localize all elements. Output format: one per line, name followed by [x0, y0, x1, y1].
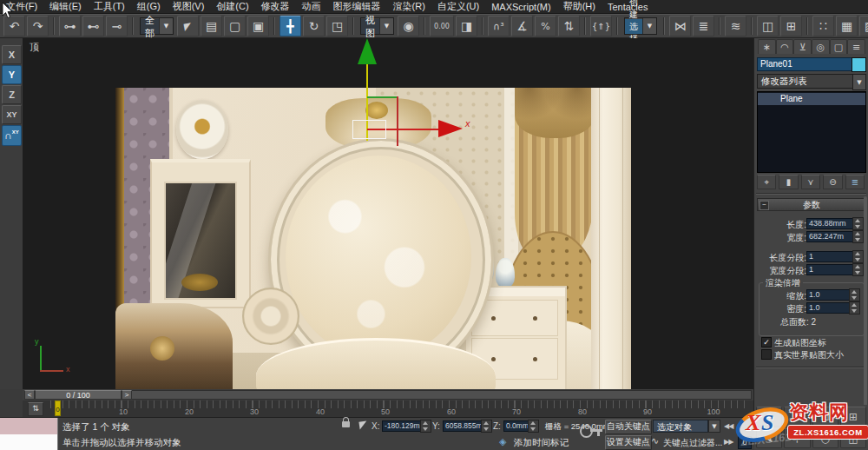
- object-name-field[interactable]: Plane01: [757, 57, 855, 71]
- y-spinner[interactable]: [481, 420, 492, 433]
- select-scale-icon[interactable]: ◳: [326, 16, 348, 36]
- remove-modifier-icon[interactable]: ⊖: [823, 175, 842, 189]
- key-filter-wave-icon[interactable]: ∿: [651, 435, 659, 447]
- menu-tentacles[interactable]: Tentacles: [602, 2, 654, 12]
- modifier-list-dropdown[interactable]: 修改器列表: [757, 74, 860, 89]
- tab-hierarchy-icon[interactable]: ⊻: [793, 39, 812, 54]
- render-density-spinner[interactable]: [849, 301, 860, 314]
- go-to-start-icon[interactable]: ◀◀: [724, 422, 733, 430]
- width-field[interactable]: 682.247m: [806, 231, 853, 242]
- select-link-icon[interactable]: ⊶: [59, 16, 81, 36]
- collapse-icon[interactable]: −: [760, 201, 769, 210]
- gizmo-plane-handle-green[interactable]: [367, 96, 398, 98]
- x-coordinate-field[interactable]: -180.129m: [382, 420, 424, 432]
- go-to-end-icon[interactable]: ▶▶: [724, 438, 733, 446]
- tab-modify-icon[interactable]: ◠: [776, 39, 794, 54]
- isolate-cube-icon[interactable]: ◈: [499, 436, 506, 447]
- menu-rendering[interactable]: 渲染(R): [387, 0, 431, 13]
- select-by-name-icon[interactable]: ▤: [201, 16, 222, 36]
- menu-customize[interactable]: 自定义(U): [431, 0, 485, 13]
- render-density-field[interactable]: 1.0: [806, 302, 850, 314]
- x-spinner[interactable]: [420, 420, 431, 433]
- width-segs-spinner[interactable]: [852, 263, 864, 276]
- time-slider-thumb[interactable]: 0 / 100: [35, 390, 122, 400]
- generate-mapping-coords-checkbox[interactable]: ✓: [761, 337, 772, 347]
- render-scale-field[interactable]: 1.0: [806, 289, 850, 301]
- menu-modifiers[interactable]: 修改器: [255, 0, 296, 13]
- length-segs-spinner[interactable]: [852, 250, 864, 263]
- menu-graph-editors[interactable]: 图形编辑器: [327, 0, 387, 13]
- absolute-mode-icon[interactable]: [358, 420, 367, 429]
- configure-modifier-sets-icon[interactable]: ≣: [845, 175, 865, 189]
- key-mode-dropdown[interactable]: 选定对象: [653, 420, 708, 433]
- add-time-tag[interactable]: 添加时间标记: [514, 437, 569, 449]
- tab-create-icon[interactable]: ∗: [758, 39, 776, 54]
- keyboard-override-icon[interactable]: {⇑}: [590, 16, 612, 36]
- schematic-view-icon[interactable]: ⊞: [780, 16, 802, 36]
- menu-animation[interactable]: 动画: [296, 0, 327, 13]
- layer-manager-icon[interactable]: ≋: [725, 16, 746, 36]
- selection-lock-icon[interactable]: [342, 421, 350, 427]
- object-color-swatch[interactable]: [852, 57, 866, 72]
- current-frame-marker[interactable]: 0: [55, 400, 61, 416]
- chevron-down-icon[interactable]: ▼: [159, 18, 173, 34]
- bind-spacewarp-icon[interactable]: ⊸: [106, 16, 128, 36]
- next-frame-button[interactable]: >: [122, 390, 132, 400]
- length-segs-field[interactable]: 1: [806, 251, 853, 262]
- menu-views[interactable]: 视图(V): [167, 0, 211, 13]
- gizmo-plane-handle-red[interactable]: [397, 96, 398, 146]
- maxscript-listener-white[interactable]: [0, 434, 58, 450]
- chevron-down-icon[interactable]: ▼: [708, 420, 720, 433]
- width-segs-field[interactable]: 1: [806, 264, 853, 275]
- z-spinner[interactable]: [528, 420, 539, 433]
- stack-item-plane[interactable]: Plane: [758, 93, 865, 105]
- unlink-icon[interactable]: ⊷: [82, 16, 104, 36]
- prev-frame-button[interactable]: <: [24, 390, 35, 400]
- width-spinner[interactable]: [852, 230, 864, 243]
- curve-editor-icon[interactable]: ◫: [757, 16, 779, 36]
- angle-snap-icon[interactable]: ∡: [511, 16, 533, 36]
- menu-edit[interactable]: 编辑(E): [43, 0, 88, 13]
- rendered-frame-icon[interactable]: ▨: [859, 16, 868, 36]
- rect-selection-region-icon[interactable]: ▢: [224, 16, 246, 36]
- maxscript-listener-pink[interactable]: [0, 418, 58, 435]
- axis-xy-button[interactable]: XY: [2, 105, 22, 124]
- tab-display-icon[interactable]: ▢: [830, 39, 848, 54]
- track-bar[interactable]: ⇅ 0 10 20 30 40 50 60 70 80 90 100: [23, 400, 753, 418]
- pin-stack-icon[interactable]: ⌖: [757, 175, 776, 189]
- snap-xy-icon[interactable]: ∩XY: [2, 125, 22, 146]
- auto-key-button[interactable]: 自动关键点: [605, 420, 652, 434]
- snap-toggle-icon[interactable]: ∩³: [488, 16, 510, 36]
- axis-x-button[interactable]: X: [2, 45, 22, 64]
- menu-maxscript[interactable]: MAXScript(M): [485, 2, 556, 12]
- redo-icon[interactable]: ↷: [27, 16, 49, 36]
- length-field[interactable]: 438.88mm: [806, 218, 853, 229]
- select-move-icon[interactable]: ╋: [279, 16, 301, 36]
- percent-snap-icon[interactable]: %: [535, 16, 556, 36]
- select-rotate-icon[interactable]: ↻: [303, 16, 325, 36]
- tab-utilities-icon[interactable]: ≡: [847, 39, 865, 54]
- y-coordinate-field[interactable]: 6058.855m: [443, 420, 484, 432]
- tab-motion-icon[interactable]: ◎: [812, 39, 830, 54]
- reference-coord-dropdown[interactable]: 视图 ▼: [360, 17, 394, 35]
- length-spinner[interactable]: [852, 217, 864, 230]
- named-selection-dropdown[interactable]: 创建选择集 ▼: [624, 17, 657, 35]
- selected-plane-wireframe[interactable]: [352, 120, 386, 139]
- menu-group[interactable]: 组(G): [131, 0, 167, 13]
- spinner-snap-icon[interactable]: ⇅: [558, 16, 580, 36]
- select-object-icon[interactable]: ◤: [177, 16, 199, 36]
- show-end-result-icon[interactable]: ▮: [779, 175, 798, 189]
- align-icon[interactable]: ≣: [693, 16, 714, 36]
- mirror-icon[interactable]: ⋈: [669, 16, 691, 36]
- key-filters-button[interactable]: 关键点过滤器...: [663, 437, 722, 449]
- selection-filter-dropdown[interactable]: 全部 ▼: [140, 17, 174, 35]
- parameters-rollout-header[interactable]: − 参数: [757, 198, 866, 211]
- render-setup-icon[interactable]: ▦: [836, 16, 858, 36]
- axis-y-button[interactable]: Y: [2, 65, 22, 84]
- spinner-snap-value[interactable]: 0.00: [430, 16, 454, 36]
- chevron-down-icon[interactable]: ▼: [852, 74, 866, 90]
- panel-scrollbar[interactable]: [864, 196, 867, 414]
- time-slider-track[interactable]: [24, 390, 752, 400]
- material-editor-icon[interactable]: ∷: [812, 16, 834, 36]
- gizmo-x-arrowhead[interactable]: [438, 120, 463, 137]
